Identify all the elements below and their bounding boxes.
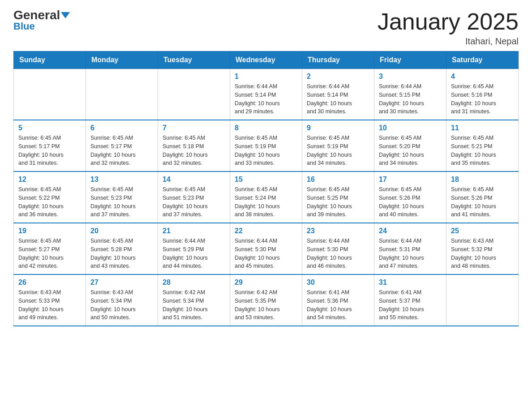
weekday-header-saturday: Saturday (446, 51, 519, 69)
day-info: Sunrise: 6:43 AMSunset: 5:34 PMDaylight:… (90, 288, 153, 322)
weekday-header-wednesday: Wednesday (230, 51, 302, 69)
calendar-cell: 21Sunrise: 6:44 AMSunset: 5:29 PMDayligh… (158, 223, 230, 274)
calendar-cell (86, 69, 158, 120)
day-info: Sunrise: 6:44 AMSunset: 5:29 PMDaylight:… (163, 237, 225, 270)
calendar-cell: 24Sunrise: 6:44 AMSunset: 5:31 PMDayligh… (374, 223, 446, 274)
day-info: Sunrise: 6:43 AMSunset: 5:33 PMDaylight:… (18, 288, 81, 322)
day-number: 19 (18, 227, 81, 235)
calendar-cell: 16Sunrise: 6:45 AMSunset: 5:25 PMDayligh… (302, 171, 374, 223)
day-info: Sunrise: 6:45 AMSunset: 5:16 PMDaylight:… (451, 82, 514, 116)
day-number: 7 (163, 124, 225, 132)
calendar-title: January 2025 (378, 9, 519, 34)
day-info: Sunrise: 6:44 AMSunset: 5:30 PMDaylight:… (307, 237, 369, 270)
calendar-cell: 14Sunrise: 6:45 AMSunset: 5:23 PMDayligh… (158, 171, 230, 223)
day-number: 21 (163, 227, 225, 235)
day-number: 3 (379, 73, 442, 81)
day-number: 30 (307, 278, 369, 287)
calendar-cell: 6Sunrise: 6:45 AMSunset: 5:17 PMDaylight… (86, 120, 158, 171)
day-number: 29 (235, 278, 297, 287)
day-number: 10 (379, 124, 442, 132)
day-info: Sunrise: 6:41 AMSunset: 5:36 PMDaylight:… (307, 288, 369, 322)
calendar-cell: 22Sunrise: 6:44 AMSunset: 5:30 PMDayligh… (230, 223, 302, 274)
day-number: 5 (18, 124, 81, 132)
day-number: 28 (163, 278, 225, 287)
calendar-cell: 11Sunrise: 6:45 AMSunset: 5:21 PMDayligh… (446, 120, 519, 171)
calendar-body: 1Sunrise: 6:44 AMSunset: 5:14 PMDaylight… (14, 69, 519, 326)
calendar-cell: 8Sunrise: 6:45 AMSunset: 5:19 PMDaylight… (230, 120, 302, 171)
day-number: 27 (90, 278, 153, 287)
day-number: 6 (90, 124, 153, 132)
calendar-cell: 27Sunrise: 6:43 AMSunset: 5:34 PMDayligh… (86, 274, 158, 326)
day-info: Sunrise: 6:44 AMSunset: 5:14 PMDaylight:… (307, 82, 369, 116)
calendar-location: Itahari, Nepal (378, 36, 519, 47)
day-info: Sunrise: 6:42 AMSunset: 5:35 PMDaylight:… (235, 288, 297, 322)
day-info: Sunrise: 6:44 AMSunset: 5:30 PMDaylight:… (235, 237, 297, 270)
day-info: Sunrise: 6:45 AMSunset: 5:23 PMDaylight:… (163, 185, 225, 219)
day-info: Sunrise: 6:43 AMSunset: 5:32 PMDaylight:… (451, 237, 514, 270)
day-number: 13 (90, 176, 153, 184)
calendar-week-row: 26Sunrise: 6:43 AMSunset: 5:33 PMDayligh… (14, 274, 519, 326)
day-info: Sunrise: 6:45 AMSunset: 5:23 PMDaylight:… (90, 185, 153, 219)
day-number: 20 (90, 227, 153, 235)
calendar-cell: 25Sunrise: 6:43 AMSunset: 5:32 PMDayligh… (446, 223, 519, 274)
calendar-cell: 18Sunrise: 6:45 AMSunset: 5:26 PMDayligh… (446, 171, 519, 223)
calendar-cell (446, 274, 519, 326)
calendar-cell (14, 69, 86, 120)
calendar-week-row: 5Sunrise: 6:45 AMSunset: 5:17 PMDaylight… (14, 120, 519, 171)
day-number: 4 (451, 73, 514, 81)
day-info: Sunrise: 6:45 AMSunset: 5:20 PMDaylight:… (379, 134, 442, 167)
logo-blue: Blue (13, 21, 35, 32)
day-info: Sunrise: 6:45 AMSunset: 5:22 PMDaylight:… (18, 185, 81, 219)
day-info: Sunrise: 6:45 AMSunset: 5:17 PMDaylight:… (18, 134, 81, 167)
calendar-cell: 30Sunrise: 6:41 AMSunset: 5:36 PMDayligh… (302, 274, 374, 326)
calendar-cell: 3Sunrise: 6:44 AMSunset: 5:15 PMDaylight… (374, 69, 446, 120)
calendar-cell: 13Sunrise: 6:45 AMSunset: 5:23 PMDayligh… (86, 171, 158, 223)
calendar-week-row: 12Sunrise: 6:45 AMSunset: 5:22 PMDayligh… (14, 171, 519, 223)
calendar-cell: 17Sunrise: 6:45 AMSunset: 5:26 PMDayligh… (374, 171, 446, 223)
calendar-cell: 1Sunrise: 6:44 AMSunset: 5:14 PMDaylight… (230, 69, 302, 120)
day-info: Sunrise: 6:45 AMSunset: 5:19 PMDaylight:… (307, 134, 369, 167)
calendar-cell: 9Sunrise: 6:45 AMSunset: 5:19 PMDaylight… (302, 120, 374, 171)
day-info: Sunrise: 6:45 AMSunset: 5:27 PMDaylight:… (18, 237, 81, 270)
logo-triangle-icon (61, 12, 70, 18)
calendar-cell: 31Sunrise: 6:41 AMSunset: 5:37 PMDayligh… (374, 274, 446, 326)
day-info: Sunrise: 6:45 AMSunset: 5:21 PMDaylight:… (451, 134, 514, 167)
day-info: Sunrise: 6:45 AMSunset: 5:24 PMDaylight:… (235, 185, 297, 219)
day-info: Sunrise: 6:45 AMSunset: 5:17 PMDaylight:… (90, 134, 153, 167)
day-number: 25 (451, 227, 514, 235)
calendar-cell: 26Sunrise: 6:43 AMSunset: 5:33 PMDayligh… (14, 274, 86, 326)
weekday-header-tuesday: Tuesday (158, 51, 230, 69)
logo: General Blue (13, 9, 70, 32)
weekday-header-friday: Friday (374, 51, 446, 69)
calendar-cell: 15Sunrise: 6:45 AMSunset: 5:24 PMDayligh… (230, 171, 302, 223)
day-number: 1 (235, 73, 297, 81)
calendar-cell: 7Sunrise: 6:45 AMSunset: 5:18 PMDaylight… (158, 120, 230, 171)
day-number: 22 (235, 227, 297, 235)
day-info: Sunrise: 6:45 AMSunset: 5:18 PMDaylight:… (163, 134, 225, 167)
day-number: 2 (307, 73, 369, 81)
page-header: General Blue January 2025 Itahari, Nepal (13, 9, 519, 47)
day-info: Sunrise: 6:42 AMSunset: 5:34 PMDaylight:… (163, 288, 225, 322)
day-number: 8 (235, 124, 297, 132)
calendar-cell: 23Sunrise: 6:44 AMSunset: 5:30 PMDayligh… (302, 223, 374, 274)
day-number: 12 (18, 176, 81, 184)
title-block: January 2025 Itahari, Nepal (378, 9, 519, 47)
calendar-cell: 4Sunrise: 6:45 AMSunset: 5:16 PMDaylight… (446, 69, 519, 120)
weekday-header-thursday: Thursday (302, 51, 374, 69)
calendar-header: SundayMondayTuesdayWednesdayThursdayFrid… (14, 51, 519, 69)
calendar-cell: 29Sunrise: 6:42 AMSunset: 5:35 PMDayligh… (230, 274, 302, 326)
day-number: 9 (307, 124, 369, 132)
day-number: 14 (163, 176, 225, 184)
calendar-cell: 12Sunrise: 6:45 AMSunset: 5:22 PMDayligh… (14, 171, 86, 223)
calendar-cell: 28Sunrise: 6:42 AMSunset: 5:34 PMDayligh… (158, 274, 230, 326)
calendar-cell: 20Sunrise: 6:45 AMSunset: 5:28 PMDayligh… (86, 223, 158, 274)
weekday-header-monday: Monday (86, 51, 158, 69)
calendar-cell: 10Sunrise: 6:45 AMSunset: 5:20 PMDayligh… (374, 120, 446, 171)
day-info: Sunrise: 6:45 AMSunset: 5:26 PMDaylight:… (451, 185, 514, 219)
calendar-cell: 2Sunrise: 6:44 AMSunset: 5:14 PMDaylight… (302, 69, 374, 120)
logo-general: General (13, 9, 70, 21)
day-info: Sunrise: 6:44 AMSunset: 5:15 PMDaylight:… (379, 82, 442, 116)
day-info: Sunrise: 6:45 AMSunset: 5:25 PMDaylight:… (307, 185, 369, 219)
day-info: Sunrise: 6:45 AMSunset: 5:19 PMDaylight:… (235, 134, 297, 167)
day-number: 18 (451, 176, 514, 184)
